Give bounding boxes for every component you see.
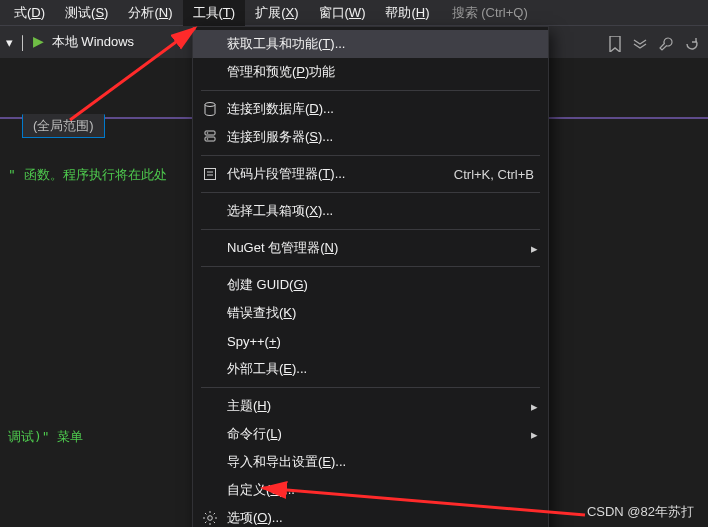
menu-item-label: 管理和预览(P)功能 [227, 63, 534, 81]
menu-separator [201, 266, 540, 267]
svg-point-0 [205, 103, 215, 107]
menu-item-shortcut: Ctrl+K, Ctrl+B [454, 167, 534, 182]
menu-item-label: 连接到数据库(D)... [227, 100, 534, 118]
menu-separator [201, 192, 540, 193]
menu-item[interactable]: 主题(H)▸ [193, 392, 548, 420]
menubar: 式(D)测试(S)分析(N)工具(T)扩展(X)窗口(W)帮助(H)搜索 (Ct… [0, 0, 708, 26]
submenu-arrow-icon: ▸ [531, 399, 538, 414]
menu-item-label: 自定义(C)... [227, 481, 534, 499]
menu-separator [201, 387, 540, 388]
scope-label: (全局范围) [33, 118, 94, 133]
svg-point-3 [207, 132, 209, 134]
menu-item[interactable]: 自定义(C)... [193, 476, 548, 504]
menu-item-label: Spy++(+) [227, 334, 534, 349]
menu-item[interactable]: 外部工具(E)... [193, 355, 548, 383]
menu-item-label: NuGet 包管理器(N) [227, 239, 534, 257]
menu-item[interactable]: 代码片段管理器(T)...Ctrl+K, Ctrl+B [193, 160, 548, 188]
gear-icon [201, 509, 219, 527]
menu-item-label: 选项(O)... [227, 509, 534, 527]
menu-item[interactable]: Spy++(+) [193, 327, 548, 355]
right-icon-strip [608, 32, 700, 58]
menu-item-label: 连接到服务器(S)... [227, 128, 534, 146]
menu-separator [201, 229, 540, 230]
toolbar-separator: │ [19, 35, 27, 50]
refresh-icon[interactable] [684, 36, 700, 55]
menu-item[interactable]: 管理和预览(P)功能 [193, 58, 548, 86]
scope-tab[interactable]: (全局范围) [22, 114, 105, 138]
menubar-item[interactable]: 扩展(X) [245, 0, 308, 26]
menu-item[interactable]: 导入和导出设置(E)... [193, 448, 548, 476]
menu-item-label: 选择工具箱项(X)... [227, 202, 534, 220]
menu-item-label: 获取工具和功能(T)... [227, 35, 534, 53]
menu-item[interactable]: 获取工具和功能(T)... [193, 30, 548, 58]
svg-point-6 [208, 516, 213, 521]
play-icon: ▶ [33, 33, 44, 49]
menubar-item[interactable]: 分析(N) [118, 0, 182, 26]
snippet-icon [201, 165, 219, 183]
menu-item-label: 错误查找(K) [227, 304, 534, 322]
menu-separator [201, 155, 540, 156]
menu-item-label: 代码片段管理器(T)... [227, 165, 434, 183]
menubar-item[interactable]: 窗口(W) [309, 0, 376, 26]
search-hint[interactable]: 搜索 (Ctrl+Q) [452, 4, 528, 22]
wrench-icon[interactable] [658, 36, 674, 55]
menubar-item[interactable]: 式(D) [4, 0, 55, 26]
menu-item[interactable]: 选择工具箱项(X)... [193, 197, 548, 225]
menu-item[interactable]: 选项(O)... [193, 504, 548, 527]
menu-item[interactable]: NuGet 包管理器(N)▸ [193, 234, 548, 262]
watermark: CSDN @82年苏打 [587, 503, 694, 521]
run-label: 本地 Windows [52, 34, 134, 49]
svg-rect-2 [205, 137, 215, 141]
menubar-item[interactable]: 帮助(H) [375, 0, 439, 26]
submenu-arrow-icon: ▸ [531, 241, 538, 256]
menu-item-label: 导入和导出设置(E)... [227, 453, 534, 471]
dropdown-arrow-icon[interactable]: ▾ [6, 35, 13, 50]
menu-separator [201, 90, 540, 91]
menu-item[interactable]: 连接到服务器(S)... [193, 123, 548, 151]
run-button[interactable]: ▶ 本地 Windows [33, 33, 134, 51]
svg-point-4 [207, 138, 209, 140]
menu-item-label: 外部工具(E)... [227, 360, 534, 378]
menu-item[interactable]: 创建 GUID(G) [193, 271, 548, 299]
menubar-item[interactable]: 工具(T) [183, 0, 246, 26]
menubar-item[interactable]: 测试(S) [55, 0, 118, 26]
menu-item-label: 创建 GUID(G) [227, 276, 534, 294]
menu-item[interactable]: 命令行(L)▸ [193, 420, 548, 448]
svg-rect-1 [205, 131, 215, 135]
server-icon [201, 128, 219, 146]
bookmark-icon[interactable] [608, 36, 622, 55]
svg-rect-5 [205, 169, 216, 180]
menu-item[interactable]: 错误查找(K) [193, 299, 548, 327]
db-icon [201, 100, 219, 118]
menu-item[interactable]: 连接到数据库(D)... [193, 95, 548, 123]
overflow-icon[interactable] [632, 36, 648, 55]
tools-dropdown: 获取工具和功能(T)...管理和预览(P)功能连接到数据库(D)...连接到服务… [192, 26, 549, 527]
menu-item-label: 主题(H) [227, 397, 534, 415]
submenu-arrow-icon: ▸ [531, 427, 538, 442]
menu-item-label: 命令行(L) [227, 425, 534, 443]
